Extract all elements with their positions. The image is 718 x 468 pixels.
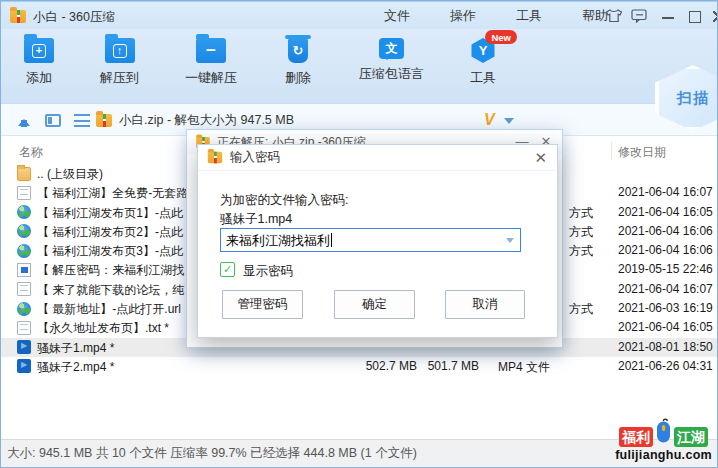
title-bar: 小白 - 360压缩 文件 操作 工具 帮助 [1, 1, 717, 29]
close-button[interactable] [711, 8, 718, 24]
password-dialog-titlebar: 输入密码 [198, 145, 557, 171]
file-packed-size: 501.7 MB [423, 359, 479, 373]
watermark-right-badge: 江湖 [674, 427, 708, 447]
toolbar-button-icon: + [24, 38, 54, 63]
file-type-icon [17, 205, 31, 219]
file-name: 骚妹子2.mp4 * [37, 359, 114, 376]
text-caret [331, 233, 332, 247]
vip-v-icon[interactable]: V [484, 111, 495, 129]
file-name: 【 福利江湖】全免费-无套路 [37, 185, 188, 202]
file-modified-date: 2021-06-04 16:07 [618, 282, 713, 296]
menu-item[interactable]: 工具 [516, 7, 542, 25]
file-modified-date: 2021-08-01 18:50 [618, 340, 713, 354]
status-text: 大小: 945.1 MB 共 10 个文件 压缩率 99.7% 已经选择 444… [7, 445, 417, 462]
toolbar-button-icon: ↻ [288, 38, 308, 63]
file-modified-date: 2021-06-04 16:05 [618, 320, 713, 334]
file-modified-date: 2021-06-04 16:06 [618, 224, 713, 238]
toolbar-button[interactable]: ↑ 解压到 [87, 38, 152, 87]
watermark-domain: fulijianghu.com [615, 448, 712, 462]
toolbar-button-label: 一键解压 [185, 69, 237, 87]
file-type-icon [17, 224, 31, 238]
password-input[interactable]: 来福利江湖找福利 [220, 228, 521, 252]
mouse-icon [654, 418, 673, 447]
file-name: 【 福利江湖发布页2】-点此 [37, 224, 183, 241]
password-dialog-close[interactable]: ✕ [534, 149, 547, 167]
file-type-icon [17, 340, 31, 354]
archive-zip-icon [96, 114, 112, 127]
file-modified-date: 2021-06-26 04:31 [618, 359, 713, 373]
archive-info-text: 小白.zip - 解包大小为 947.5 MB [119, 112, 294, 129]
menu-item[interactable]: 文件 [384, 7, 410, 25]
feedback-icon[interactable] [631, 8, 649, 24]
menu-bar: 文件 操作 工具 帮助 [384, 2, 608, 30]
password-history-dropdown-icon[interactable] [506, 238, 514, 247]
file-type-icon [17, 302, 31, 316]
watermark-logo: 福利 江湖 fulijianghu.com [615, 418, 712, 462]
file-type-fragment: 方式 [569, 205, 593, 222]
file-type-fragment: 方式 [569, 301, 593, 318]
toolbar-button-label: 添加 [26, 69, 52, 87]
toolbar-button-label: 删除 [285, 69, 311, 87]
column-separator [611, 142, 612, 160]
menu-item[interactable]: 操作 [450, 7, 476, 25]
new-badge: New [485, 30, 517, 44]
password-dialog: 输入密码 ✕ 为加密的文件输入密码: 骚妹子1.mp4 来福利江湖找福利 ✓ 显… [197, 144, 558, 338]
file-name: 【永久地址发布页】.txt * [37, 320, 169, 337]
toolbar-button-label: 工具 [470, 69, 496, 87]
password-prompt: 为加密的文件输入密码: [220, 192, 348, 209]
cancel-button[interactable]: 取消 [445, 290, 525, 319]
password-dialog-icon [208, 152, 222, 164]
password-dialog-title: 输入密码 [230, 149, 280, 166]
up-level-icon[interactable] [16, 112, 32, 128]
dropdown-caret-icon[interactable] [504, 118, 514, 129]
view-pane-icon[interactable] [45, 114, 61, 127]
toolbar-button[interactable]: + 添加 [11, 38, 67, 87]
file-modified-date: 2021-06-03 16:19 [618, 301, 713, 315]
file-name: 骚妹子1.mp4 * [37, 340, 114, 357]
encrypted-filename: 骚妹子1.mp4 [220, 211, 292, 228]
file-modified-date: 2021-06-04 16:07 [618, 185, 713, 199]
file-name: 【 最新地址】-点此打开.url [37, 301, 181, 318]
file-type-icon [17, 359, 31, 373]
file-type: MP4 文件 [498, 359, 550, 376]
file-name: .. (上级目录) [37, 166, 103, 183]
archive-path[interactable]: 小白.zip - 解包大小为 947.5 MB [96, 112, 294, 129]
status-bar: 大小: 945.1 MB 共 10 个文件 压缩率 99.7% 已经选择 444… [1, 439, 717, 467]
scan-label: 扫描 [677, 89, 709, 108]
file-type-icon [17, 282, 31, 296]
manage-password-button[interactable]: 管理密码 [222, 290, 303, 319]
file-size: 502.7 MB [337, 359, 417, 373]
minimize-button[interactable] [660, 8, 678, 24]
toolbar-button[interactable]: − 一键解压 [172, 38, 250, 87]
file-type-icon [17, 167, 31, 181]
file-name: 【 解压密码：来福利江湖找 [37, 262, 184, 279]
checkmark-icon: ✓ [223, 263, 232, 276]
file-type-fragment: 方式 [569, 224, 593, 241]
watermark-left-badge: 福利 [619, 427, 653, 447]
column-header-name[interactable]: 名称 [19, 144, 43, 161]
show-password-checkbox[interactable]: ✓ [220, 262, 235, 277]
file-type-icon [17, 263, 31, 277]
file-modified-date: 2021-06-04 16:06 [618, 243, 713, 257]
toolbar-button[interactable]: 文 压缩包语言 [346, 38, 437, 83]
file-type-icon [17, 186, 31, 200]
view-list-icon[interactable] [74, 114, 90, 127]
file-type-icon [17, 244, 31, 258]
file-name: 【 福利江湖发布页3】-点此 [37, 243, 183, 260]
file-modified-date: 2019-05-15 22:46 [618, 262, 713, 276]
toolbar: + 添加 ↑ 解压到 − [1, 29, 717, 103]
app-window: 小白 - 360压缩 文件 操作 工具 帮助 [0, 0, 718, 468]
show-password-label: 显示密码 [243, 263, 293, 280]
ok-button[interactable]: 确定 [334, 290, 415, 319]
toolbar-button-icon: 文 [379, 38, 404, 59]
toolbar-button-label: 解压到 [100, 69, 139, 87]
maximize-button[interactable] [686, 8, 704, 24]
file-name: 【 福利江湖发布页1】-点此 [37, 205, 183, 222]
theme-shirt-icon[interactable] [605, 8, 623, 24]
file-modified-date: 2021-06-04 16:05 [618, 205, 713, 219]
toolbar-button-icon: − [196, 38, 226, 63]
file-row[interactable]: 骚妹子2.mp4 * 502.7 MB 501.7 MB MP4 文件 2021… [1, 357, 717, 376]
toolbar-button[interactable]: Y New 工具 [457, 38, 509, 87]
column-header-modified[interactable]: 修改日期 [618, 144, 666, 161]
toolbar-button[interactable]: ↻ 删除 [270, 38, 326, 87]
